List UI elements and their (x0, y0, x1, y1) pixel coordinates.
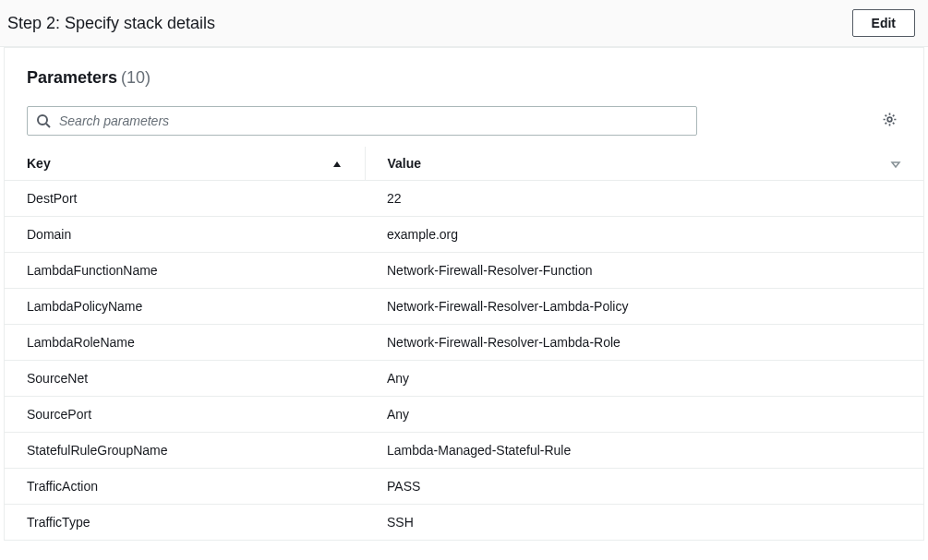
table-row: LambdaPolicyName Network-Firewall-Resolv… (5, 289, 923, 325)
sort-inactive-icon (890, 158, 901, 169)
table-row: LambdaRoleName Network-Firewall-Resolver… (5, 325, 923, 361)
cell-value: example.org (365, 217, 923, 253)
table-row: SourcePort Any (5, 397, 923, 433)
svg-point-2 (887, 117, 892, 122)
cell-key: StatefulRuleGroupName (5, 433, 365, 469)
cell-value: Lambda-Managed-Stateful-Rule (365, 433, 923, 469)
parameters-table: Key Value (5, 147, 923, 540)
parameters-count: (10) (121, 68, 151, 87)
cell-key: LambdaRoleName (5, 325, 365, 361)
svg-line-1 (46, 124, 50, 127)
gear-icon (882, 112, 898, 130)
column-header-value[interactable]: Value (365, 147, 923, 181)
search-wrapper (27, 106, 697, 136)
cell-key: LambdaFunctionName (5, 253, 365, 289)
table-row: TrafficAction PASS (5, 469, 923, 505)
parameters-title: Parameters (27, 68, 117, 87)
search-icon (36, 113, 51, 128)
edit-button[interactable]: Edit (852, 9, 915, 37)
parameters-table-body: DestPort 22 Domain example.org LambdaFun… (5, 181, 923, 541)
cell-value: SSH (365, 505, 923, 541)
cell-key: LambdaPolicyName (5, 289, 365, 325)
table-row: TrafficType SSH (5, 505, 923, 541)
settings-button[interactable] (878, 108, 901, 134)
table-row: LambdaFunctionName Network-Firewall-Reso… (5, 253, 923, 289)
cell-value: 22 (365, 181, 923, 217)
table-row: StatefulRuleGroupName Lambda-Managed-Sta… (5, 433, 923, 469)
cell-value: Network-Firewall-Resolver-Lambda-Policy (365, 289, 923, 325)
column-header-value-label: Value (388, 156, 422, 171)
step-header: Step 2: Specify stack details Edit (0, 0, 928, 47)
cell-value: Any (365, 397, 923, 433)
svg-point-0 (38, 115, 47, 125)
cell-key: SourcePort (5, 397, 365, 433)
cell-key: TrafficAction (5, 469, 365, 505)
cell-key: SourceNet (5, 361, 365, 397)
cell-value: PASS (365, 469, 923, 505)
parameters-card-header: Parameters (10) (5, 48, 923, 91)
cell-key: TrafficType (5, 505, 365, 541)
step-title: Step 2: Specify stack details (7, 14, 215, 33)
sort-ascending-icon (331, 158, 343, 169)
cell-key: DestPort (5, 181, 365, 217)
cell-value: Any (365, 361, 923, 397)
column-header-key-label: Key (27, 156, 51, 171)
table-row: DestPort 22 (5, 181, 923, 217)
column-header-key[interactable]: Key (5, 147, 365, 181)
cell-key: Domain (5, 217, 365, 253)
parameters-card: Parameters (10) (4, 47, 924, 541)
cell-value: Network-Firewall-Resolver-Lambda-Role (365, 325, 923, 361)
search-input[interactable] (27, 106, 697, 136)
parameters-toolbar (5, 91, 923, 147)
table-row: SourceNet Any (5, 361, 923, 397)
table-row: Domain example.org (5, 217, 923, 253)
cell-value: Network-Firewall-Resolver-Function (365, 253, 923, 289)
